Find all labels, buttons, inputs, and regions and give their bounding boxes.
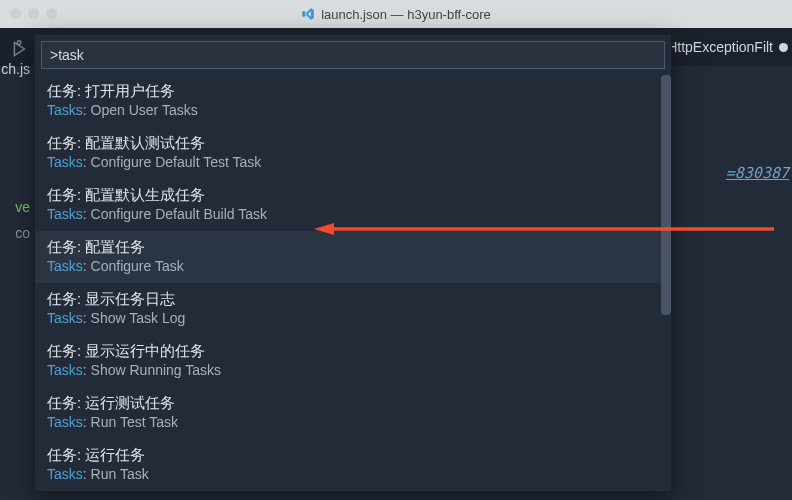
command-item-secondary: Tasks: Configure Task (47, 257, 659, 276)
tab-right[interactable]: HttpExceptionFilt (657, 28, 792, 66)
command-item-secondary: Tasks: Open User Tasks (47, 101, 659, 120)
command-palette-item[interactable]: 任务: 运行任务Tasks: Run Task (35, 439, 671, 491)
command-item-primary: 任务: 显示任务日志 (47, 289, 659, 309)
command-palette: 任务: 打开用户任务Tasks: Open User Tasks任务: 配置默认… (34, 34, 672, 492)
titlebar: launch.json — h3yun-bff-core (0, 0, 792, 28)
command-palette-item[interactable]: 任务: 配置默认生成任务Tasks: Configure Default Bui… (35, 179, 671, 231)
link-fragment[interactable]: =830387 (726, 164, 789, 182)
scrollbar[interactable] (661, 75, 671, 315)
command-palette-item[interactable]: 任务: 运行测试任务Tasks: Run Test Task (35, 387, 671, 439)
command-palette-item[interactable]: 任务: 显示任务日志Tasks: Show Task Log (35, 283, 671, 335)
partial-editor-left: ch.js ve co (0, 56, 34, 246)
dirty-indicator-icon (779, 43, 788, 52)
command-item-primary: 任务: 配置默认测试任务 (47, 133, 659, 153)
window-controls[interactable] (10, 8, 57, 19)
command-palette-list[interactable]: 任务: 打开用户任务Tasks: Open User Tasks任务: 配置默认… (35, 75, 671, 491)
command-item-primary: 任务: 打开用户任务 (47, 81, 659, 101)
command-item-primary: 任务: 显示运行中的任务 (47, 341, 659, 361)
command-item-primary: 任务: 配置任务 (47, 237, 659, 257)
window-title: launch.json — h3yun-bff-core (301, 7, 491, 22)
command-palette-item[interactable]: 任务: 显示运行中的任务Tasks: Show Running Tasks (35, 335, 671, 387)
code-fragment-ve: ve (0, 194, 30, 220)
command-item-secondary: Tasks: Run Test Task (47, 413, 659, 432)
vscode-icon (301, 7, 315, 21)
command-palette-input[interactable] (41, 41, 665, 69)
command-item-secondary: Tasks: Run Task (47, 465, 659, 484)
command-palette-item[interactable]: 任务: 配置任务Tasks: Configure Task (35, 231, 671, 283)
tab-right-label: HttpExceptionFilt (667, 39, 773, 55)
command-item-primary: 任务: 运行任务 (47, 445, 659, 465)
tab-fragment: ch.js (0, 56, 30, 82)
command-item-secondary: Tasks: Show Running Tasks (47, 361, 659, 380)
svg-point-0 (17, 41, 21, 45)
zoom-window-icon[interactable] (46, 8, 57, 19)
close-window-icon[interactable] (10, 8, 21, 19)
command-item-primary: 任务: 配置默认生成任务 (47, 185, 659, 205)
command-item-secondary: Tasks: Configure Default Build Task (47, 205, 659, 224)
window-title-text: launch.json — h3yun-bff-core (321, 7, 491, 22)
code-fragment-co: co (0, 220, 30, 246)
command-item-secondary: Tasks: Show Task Log (47, 309, 659, 328)
minimize-window-icon[interactable] (28, 8, 39, 19)
command-palette-item[interactable]: 任务: 配置默认测试任务Tasks: Configure Default Tes… (35, 127, 671, 179)
command-palette-item[interactable]: 任务: 打开用户任务Tasks: Open User Tasks (35, 75, 671, 127)
command-item-secondary: Tasks: Configure Default Test Task (47, 153, 659, 172)
command-item-primary: 任务: 运行测试任务 (47, 393, 659, 413)
